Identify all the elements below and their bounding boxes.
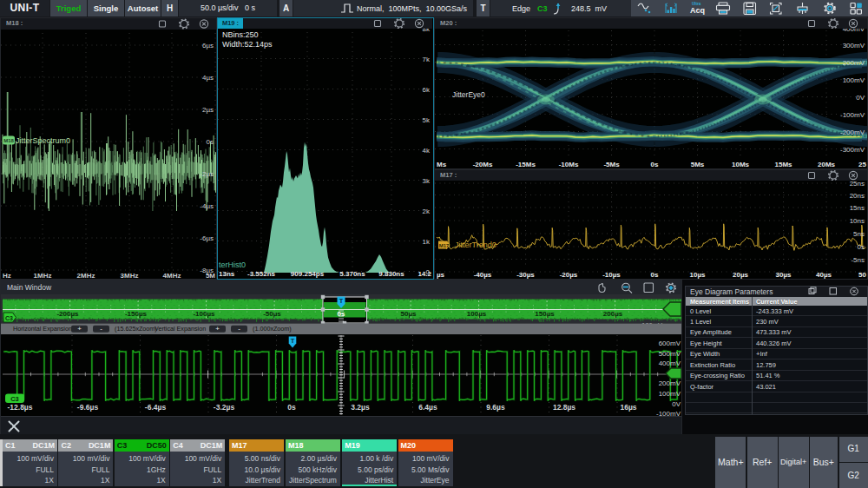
svg-text:5.370ns: 5.370ns [339,270,365,278]
svg-text:-30µs: -30µs [516,271,535,279]
svg-text:3MHz: 3MHz [121,272,139,279]
svg-text:100mV: 100mV [843,76,865,84]
svg-text:Acq: Acq [690,6,705,15]
svg-text:Normal, 100MPts, 10.00GSa/s: Normal, 100MPts, 10.00GSa/s [357,4,468,13]
svg-text:40µs: 40µs [816,271,832,279]
svg-text:0s: 0s [651,161,659,168]
svg-text:M17: M17 [439,243,450,248]
svg-text:20ns: 20ns [850,192,865,200]
svg-text:6k: 6k [423,86,431,94]
svg-text:15Ms: 15Ms [774,161,792,168]
svg-text:50µs: 50µs [401,310,418,318]
svg-text:T: T [339,297,344,305]
svg-text:-10Ms: -10Ms [559,161,579,168]
svg-text:15ns: 15ns [850,204,865,212]
svg-text:-6µs: -6µs [200,234,214,242]
svg-text:Ms: Ms [437,161,447,168]
svg-text:2k: 2k [423,208,431,215]
svg-text:0s: 0s [287,403,296,412]
svg-text:14.2: 14.2 [418,270,431,278]
svg-text:6.4µs: 6.4µs [418,403,437,412]
svg-text:10µs: 10µs [690,271,707,279]
svg-text:0s: 0s [651,271,659,279]
svg-text:-100µs: -100µs [193,310,215,318]
svg-text:-200mV: -200mV [840,129,865,136]
svg-text:0V: 0V [672,400,681,408]
svg-text:-100mV: -100mV [840,111,865,119]
svg-text:-6.4µs: -6.4µs [145,403,167,412]
svg-text:Width:52.14ps: Width:52.14ps [222,40,273,49]
svg-text:5ns: 5ns [853,230,865,238]
svg-text:50: 50 [858,271,866,279]
svg-text:-: - [100,325,102,333]
svg-text:4MHz: 4MHz [163,272,181,279]
svg-text:-10µs: -10µs [602,271,621,279]
svg-text:C3: C3 [10,395,19,403]
svg-text:12.8µs: 12.8µs [553,403,575,412]
svg-text:+: + [77,325,82,333]
svg-text:20Ms: 20Ms [818,161,836,168]
svg-text:13ns: 13ns [219,270,235,278]
svg-text:0V: 0V [856,94,865,102]
svg-text:909.254ps: 909.254ps [291,270,325,278]
svg-text:200mV: 200mV [659,379,681,387]
svg-text:-9.6µs: -9.6µs [77,403,99,412]
svg-text:(1.000xZoom): (1.000xZoom) [253,325,292,333]
svg-text:-20µs: -20µs [560,271,578,279]
svg-text:NBins:250: NBins:250 [222,30,259,39]
svg-text:600mV: 600mV [659,340,681,347]
svg-text:-3.2µs: -3.2µs [214,403,235,412]
svg-text:3k: 3k [423,177,431,185]
svg-text:500mV: 500mV [659,350,681,358]
svg-text:C3: C3 [5,315,13,321]
svg-text:2µs: 2µs [202,106,214,114]
svg-text:Horizontal Expansion: Horizontal Expansion [13,325,72,333]
svg-text:7k: 7k [423,56,431,63]
svg-text:Edge: Edge [512,4,530,13]
svg-text:400mV: 400mV [843,29,865,33]
svg-text:8k: 8k [423,29,431,33]
svg-text:-150µs: -150µs [125,310,148,318]
svg-text:16µs: 16µs [620,403,636,412]
svg-text:C3: C3 [537,4,548,13]
svg-text:5Ms: 5Ms [691,161,705,168]
svg-text:T: T [291,337,295,345]
svg-text:-40µs: -40µs [474,271,492,279]
svg-text:-: - [238,325,240,333]
svg-text:10Ms: 10Ms [732,161,750,168]
svg-text:200µs: 200µs [603,310,623,318]
svg-text:400mV: 400mV [659,359,681,367]
svg-text:6µs: 6µs [202,42,214,49]
svg-text:JitterEye0: JitterEye0 [452,90,485,99]
svg-text:30µs: 30µs [776,271,792,279]
svg-text:-3.552ns: -3.552ns [247,270,276,278]
svg-text:JitterSpectrum0: JitterSpectrum0 [16,136,70,145]
svg-text:JitterTrend0: JitterTrend0 [455,241,496,249]
svg-text:-300mV: -300mV [840,146,865,154]
svg-text:-4µs: -4µs [200,202,214,210]
svg-text:100mV: 100mV [659,390,681,398]
svg-text:150µs: 150µs [535,310,555,318]
svg-text:100µs: 100µs [467,310,487,318]
svg-text:1MHz: 1MHz [34,272,52,279]
svg-text:+: + [215,325,220,333]
svg-text:25: 25 [858,161,866,168]
svg-text:(15.625xZoom): (15.625xZoom) [115,325,157,333]
svg-text:µs: µs [437,271,445,279]
svg-text:-15Ms: -15Ms [516,161,536,168]
svg-text:-5Ms: -5Ms [603,161,620,168]
svg-text:-20Ms: -20Ms [473,161,493,168]
svg-text:-50µs: -50µs [263,310,281,318]
svg-text:-12.8µs: -12.8µs [8,403,33,412]
svg-text:9.6µs: 9.6µs [486,403,505,412]
svg-text:25ns: 25ns [850,181,865,188]
svg-text:3.2µs: 3.2µs [351,403,370,412]
svg-text:248.5 mV: 248.5 mV [571,4,607,13]
svg-text:4µs: 4µs [202,74,214,82]
svg-text:0s: 0s [858,243,865,251]
svg-text:-2µs: -2µs [200,170,214,178]
svg-text:Vertical Expansion: Vertical Expansion [155,325,206,333]
svg-text:Hz: Hz [3,272,11,279]
svg-text:4k: 4k [423,147,431,155]
svg-text:terHist0: terHist0 [219,260,246,269]
